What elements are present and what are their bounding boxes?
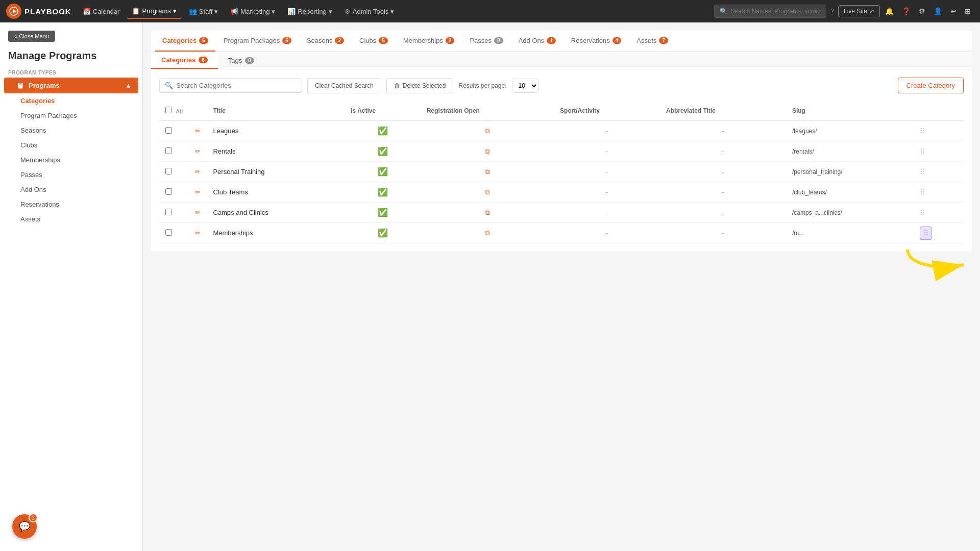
add-ons-badge: 1 xyxy=(547,37,556,44)
sub-tabs: Categories 6 Tags 0 xyxy=(151,52,972,69)
external-link-icon[interactable]: ⧉ xyxy=(485,127,489,135)
sidebar-item-memberships[interactable]: Memberships xyxy=(0,153,142,167)
nav-reporting[interactable]: 📊 Reporting ▾ xyxy=(282,5,337,18)
row-checkbox[interactable] xyxy=(165,188,172,195)
edit-icon[interactable]: ✏ xyxy=(195,229,201,237)
nav-programs[interactable]: 📋 Programs ▾ xyxy=(127,4,181,19)
external-link-icon[interactable]: ⧉ xyxy=(485,188,489,196)
results-per-page-select[interactable]: 10 25 50 xyxy=(512,79,538,93)
external-link-icon[interactable]: ⧉ xyxy=(485,209,489,216)
bell-icon[interactable]: 🔔 xyxy=(882,5,897,17)
row-edit-cell[interactable]: ✏ xyxy=(189,182,207,203)
grid-icon[interactable]: ⊞ xyxy=(962,5,974,17)
sidebar-item-categories[interactable]: Categories xyxy=(0,93,142,108)
tab-reservations[interactable]: Reservations 4 xyxy=(564,31,628,52)
program-packages-badge: 6 xyxy=(282,37,291,44)
tab-memberships[interactable]: Memberships 2 xyxy=(396,31,462,52)
tab-program-packages[interactable]: Program Packages 6 xyxy=(216,31,299,52)
tab-passes[interactable]: Passes 0 xyxy=(462,31,510,52)
row-checkbox-cell[interactable] xyxy=(159,203,189,223)
settings-icon[interactable]: ⚙ xyxy=(916,5,928,17)
edit-icon[interactable]: ✏ xyxy=(195,168,201,176)
sub-tab-tags[interactable]: Tags 0 xyxy=(218,52,264,69)
table-row: ✏ Club Teams ✅ ⧉ - - /club_teams/ ⠿ xyxy=(159,182,964,203)
row-edit-cell[interactable]: ✏ xyxy=(189,223,207,243)
tab-assets[interactable]: Assets 7 xyxy=(629,31,675,52)
tab-seasons[interactable]: Seasons 2 xyxy=(300,31,351,52)
external-link-icon[interactable]: ⧉ xyxy=(485,229,489,237)
edit-icon[interactable]: ✏ xyxy=(195,147,201,155)
row-drag-handle[interactable]: ⠿ xyxy=(914,162,964,182)
search-categories-input[interactable] xyxy=(176,82,297,89)
create-category-button[interactable]: Create Category xyxy=(898,78,964,93)
trash-icon: 🗑 xyxy=(394,82,400,89)
nav-staff[interactable]: 👥 Staff ▾ xyxy=(184,5,224,18)
external-link-icon[interactable]: ⧉ xyxy=(485,168,489,176)
row-drag-handle[interactable]: ⠿ xyxy=(914,141,964,162)
row-drag-handle[interactable]: ⠿ xyxy=(914,120,964,141)
drag-icon[interactable]: ⠿ xyxy=(920,209,925,217)
sidebar-item-program-packages[interactable]: Program Packages xyxy=(0,108,142,123)
chevron-down-icon: ▾ xyxy=(173,7,177,15)
logo[interactable]: PLAYBOOK xyxy=(6,4,71,19)
sidebar-item-add-ons[interactable]: Add Ons xyxy=(0,182,142,197)
row-checkbox-cell[interactable] xyxy=(159,162,189,182)
table-header-row: All Title Is Active Registration Open Sp… xyxy=(159,102,964,120)
live-site-button[interactable]: Live Site ↗ xyxy=(838,5,880,17)
user-icon[interactable]: 👤 xyxy=(930,5,945,17)
title-col-header[interactable]: Title xyxy=(207,102,345,120)
logout-icon[interactable]: ↩ xyxy=(947,5,960,17)
row-edit-cell[interactable]: ✏ xyxy=(189,141,207,162)
global-search-input[interactable] xyxy=(730,8,821,15)
nav-marketing[interactable]: 📢 Marketing ▾ xyxy=(225,5,280,18)
row-drag-handle[interactable]: ⠿ xyxy=(914,203,964,223)
nav-admin-tools[interactable]: ⚙ Admin Tools ▾ xyxy=(339,5,400,18)
row-checkbox-cell[interactable] xyxy=(159,182,189,203)
select-all-header[interactable]: All xyxy=(159,102,189,120)
global-search[interactable]: 🔍 xyxy=(714,5,826,18)
drag-icon[interactable]: ⠿ xyxy=(920,227,932,240)
sidebar-item-reservations[interactable]: Reservations xyxy=(0,197,142,212)
external-link-icon[interactable]: ⧉ xyxy=(485,147,489,155)
row-checkbox-cell[interactable] xyxy=(159,141,189,162)
row-drag-handle[interactable]: ⠿ xyxy=(914,223,964,243)
tab-categories[interactable]: Categories 6 xyxy=(155,31,215,52)
sub-tab-categories[interactable]: Categories 6 xyxy=(151,52,218,69)
search-categories-wrap[interactable]: 🔍 xyxy=(159,78,302,93)
row-checkbox-cell[interactable] xyxy=(159,120,189,141)
drag-icon[interactable]: ⠿ xyxy=(920,147,925,156)
edit-icon[interactable]: ✏ xyxy=(195,127,201,135)
row-title: Personal Training xyxy=(207,162,345,182)
delete-selected-button[interactable]: 🗑 Delete Selected xyxy=(386,78,454,93)
edit-icon[interactable]: ✏ xyxy=(195,209,201,216)
logo-icon xyxy=(6,4,21,19)
nav-calendar[interactable]: 📅 Calendar xyxy=(78,5,125,18)
categories-badge: 6 xyxy=(199,37,208,44)
select-all-checkbox[interactable] xyxy=(165,107,172,113)
row-edit-cell[interactable]: ✏ xyxy=(189,162,207,182)
row-checkbox[interactable] xyxy=(165,209,172,215)
sidebar-item-seasons[interactable]: Seasons xyxy=(0,123,142,138)
row-checkbox[interactable] xyxy=(165,168,172,174)
sidebar-item-clubs[interactable]: Clubs xyxy=(0,138,142,153)
tab-add-ons[interactable]: Add Ons 1 xyxy=(511,31,563,52)
row-checkbox-cell[interactable] xyxy=(159,223,189,243)
chat-button[interactable]: 💬 3 xyxy=(12,514,37,539)
tab-clubs[interactable]: Clubs 5 xyxy=(352,31,395,52)
sidebar-item-assets[interactable]: Assets xyxy=(0,212,142,227)
drag-icon[interactable]: ⠿ xyxy=(920,188,925,196)
drag-icon[interactable]: ⠿ xyxy=(920,127,925,135)
row-drag-handle[interactable]: ⠿ xyxy=(914,182,964,203)
sidebar-item-programs[interactable]: 📋 Programs ▴ xyxy=(4,78,138,93)
row-edit-cell[interactable]: ✏ xyxy=(189,120,207,141)
row-checkbox[interactable] xyxy=(165,127,172,134)
drag-icon[interactable]: ⠿ xyxy=(920,168,925,176)
close-menu-button[interactable]: « Close Menu xyxy=(8,31,55,42)
clear-cached-search-button[interactable]: Clear Cached Search xyxy=(307,78,381,93)
edit-icon[interactable]: ✏ xyxy=(195,188,201,196)
sidebar-item-passes[interactable]: Passes xyxy=(0,167,142,182)
question-icon[interactable]: ❓ xyxy=(899,5,914,17)
row-edit-cell[interactable]: ✏ xyxy=(189,203,207,223)
row-checkbox[interactable] xyxy=(165,229,172,236)
row-checkbox[interactable] xyxy=(165,147,172,154)
